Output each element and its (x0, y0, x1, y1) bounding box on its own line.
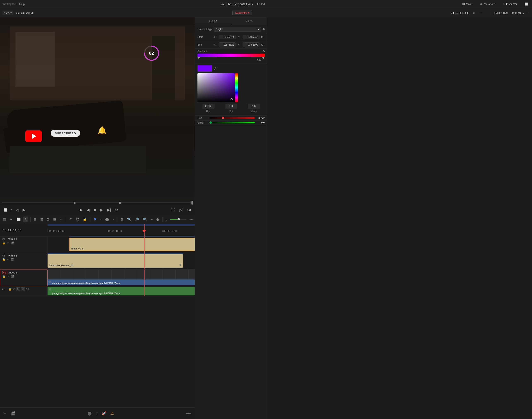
clip-subscribe[interactable]: Subscribe Element_03 ✥ (48, 254, 183, 268)
eye-icon-v2[interactable]: 👁 (7, 258, 9, 261)
tab-fusion[interactable]: Fusion (195, 17, 231, 25)
gradient-keyframe[interactable] (263, 50, 265, 52)
green-thumb[interactable] (210, 121, 212, 124)
color-selector-dot[interactable] (231, 98, 233, 100)
play-btn[interactable]: ▶ (99, 207, 104, 213)
zoom-out-btn[interactable]: 🔎 (134, 217, 140, 222)
eye-icon-v1[interactable]: 👁 (7, 275, 10, 278)
zoom-fit-btn[interactable]: 🔍 (142, 217, 148, 222)
zoom-circle[interactable]: ⬤ (155, 217, 160, 222)
clip-icon-v3[interactable]: 🎬 (11, 241, 14, 245)
workspace-menu[interactable]: Workspace (2, 2, 16, 6)
clip-audio-a1-right[interactable] (145, 287, 195, 295)
ruler-area[interactable]: 01:11:08:00 01:11:10:00 01:11:12:00 01:1… (48, 224, 195, 236)
scrub-right-handle[interactable] (119, 202, 121, 204)
view-mode-btn[interactable]: ▦ (2, 217, 7, 222)
lock-icon-a1[interactable]: 🔒 (8, 288, 12, 291)
go-start-btn[interactable]: ⏮ (77, 207, 84, 213)
eyedropper-icon[interactable]: 🖊 (214, 66, 217, 71)
lock-btn[interactable]: 🔒 (81, 217, 88, 222)
step-back-btn[interactable]: ◀ (85, 207, 91, 213)
hue-input[interactable] (202, 104, 214, 108)
gradient-type-keyframe[interactable] (263, 28, 265, 30)
expand-icon[interactable]: ⟷ (186, 411, 191, 416)
fullscreen-toggle-btn[interactable]: ⛶ (170, 207, 176, 213)
snap-btn[interactable]: ⊞ (120, 217, 125, 222)
stop-btn[interactable]: ■ (92, 207, 97, 213)
loop-btn[interactable]: ↻ (114, 207, 119, 213)
razor-tool[interactable]: ⊠ (46, 217, 51, 222)
zoom-control[interactable]: 40% ▾ (2, 11, 13, 15)
prev-frame-icon[interactable]: ◁ (15, 207, 20, 213)
green-slider[interactable] (210, 122, 255, 123)
metadata-btn[interactable]: 🏷 Metadata (478, 2, 497, 6)
val-input[interactable] (248, 104, 260, 108)
start-keyframe[interactable] (261, 36, 263, 38)
clip-video-v1-right[interactable] (145, 279, 195, 285)
eye-icon-v3[interactable]: 👁 (7, 241, 9, 245)
scrub-end-handle[interactable] (191, 201, 193, 205)
source-tape-btn[interactable]: ⬜ (15, 217, 22, 222)
color-gradient-field[interactable] (198, 73, 235, 102)
scrub-track[interactable] (2, 202, 191, 203)
clip-audio-a1[interactable]: ⛓ young-pretty-woman-doing-plank-the-gym… (48, 287, 144, 295)
cut-icon[interactable]: 🎬 (11, 411, 15, 416)
clip-icon-v1[interactable]: 🎬 (11, 275, 14, 278)
track-content-v2[interactable]: Subscribe Element_03 ✥ (48, 253, 195, 269)
color-btn[interactable]: ⬤ (104, 217, 110, 222)
step-back-icon[interactable]: ▶ (21, 207, 27, 213)
volume-thumb[interactable] (178, 218, 180, 220)
end-y-input[interactable] (243, 42, 260, 47)
slide-tool[interactable]: ⊢ (58, 217, 64, 222)
step-fwd-btn[interactable]: ▶| (106, 207, 112, 213)
select-tool[interactable]: ↖ (23, 217, 28, 222)
link-btn[interactable]: ⛓ (74, 217, 80, 222)
view-icon[interactable]: ⬜ (2, 208, 9, 212)
fullscreen-btn[interactable]: ⬜ (523, 2, 530, 6)
last-frame-btn[interactable]: ⏭ (186, 207, 192, 213)
zoom-in-btn[interactable]: 🔍 (126, 217, 133, 222)
clip-icon-v2[interactable]: 🎬 (11, 258, 14, 261)
audio-icon[interactable]: ♪ (96, 411, 98, 416)
track-content-v1[interactable]: ⛓ young-pretty-woman-doing-plank-the-gym… (48, 270, 195, 286)
color-wheel-icon[interactable]: ⬤ (87, 411, 92, 416)
gradient-arrow-right[interactable] (262, 57, 265, 59)
more-options-btn[interactable]: ⋯ (478, 11, 483, 15)
sat-input[interactable] (225, 104, 237, 108)
sync-icon[interactable]: ↻ (472, 11, 475, 15)
trim-mode-btn[interactable]: ✂ (9, 216, 14, 223)
warning-icon[interactable]: ⚠ (111, 411, 114, 416)
clip-video-v1[interactable]: ⛓ young-pretty-woman-doing-plank-the-gym… (48, 279, 144, 285)
inspector-btn[interactable]: ✦ Inspector (501, 2, 519, 6)
clip-timer[interactable]: Timer_01_s ✥ ↺ ◆ (69, 238, 195, 251)
lock-icon-v1[interactable]: 🔒 (2, 275, 6, 278)
red-thumb[interactable] (222, 117, 224, 119)
audio-toggle[interactable]: ♪ (165, 217, 169, 222)
red-slider[interactable] (210, 117, 255, 119)
tab-video[interactable]: Video (231, 17, 267, 25)
dynamic-trim[interactable]: ⊟ (39, 217, 44, 222)
flag-btn[interactable]: ⚑ (92, 217, 98, 222)
zoom-chevron[interactable]: ▾ (10, 11, 12, 14)
eye-icon-a1[interactable]: 👁 (12, 288, 15, 291)
panel-more-btn[interactable]: ⋯ (526, 11, 530, 15)
zoom-slider-minus[interactable]: – (149, 217, 154, 222)
scrub-bar[interactable] (0, 201, 195, 205)
view-chevron[interactable]: ▾ (9, 208, 13, 212)
hue-thumb[interactable] (236, 78, 238, 79)
mute-btn[interactable]: M (21, 287, 25, 291)
lock-icon-v2[interactable]: 🔒 (2, 258, 5, 261)
mixer-btn[interactable]: ⊞ Mixer (460, 1, 474, 7)
volume-track[interactable] (170, 219, 186, 220)
end-keyframe[interactable] (261, 44, 263, 46)
lock-icon-v3[interactable]: 🔒 (2, 241, 5, 245)
help-menu[interactable]: Help (19, 2, 25, 6)
gradient-type-dropdown[interactable]: Angle ▾ (214, 27, 261, 32)
gradient-arrow-left[interactable] (198, 57, 200, 59)
next-clip-btn[interactable]: ▷| (178, 207, 185, 213)
color-picker-box[interactable] (198, 73, 238, 102)
track-content-a1[interactable]: ⛓ young-pretty-woman-doing-plank-the-gym… (48, 286, 195, 296)
undo-btn[interactable]: ↶ (68, 217, 73, 222)
gradient-bar-container[interactable] (198, 54, 265, 58)
end-x-input[interactable] (219, 42, 235, 47)
